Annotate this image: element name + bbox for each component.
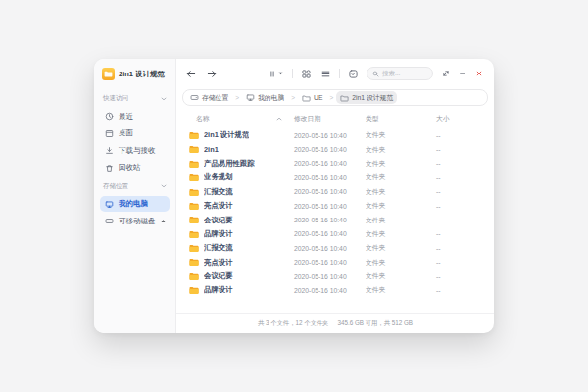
file-size: -- (436, 188, 486, 195)
breadcrumb-item-storage[interactable]: 存储位置 (186, 91, 232, 104)
sidebar: 2in1 设计规范 快速访问最近桌面下载与接收回收站存储位置我的电脑可移动磁盘 (94, 59, 176, 333)
grid-view-icon (302, 70, 311, 78)
desktop-icon (105, 129, 114, 138)
list-view-icon (321, 70, 330, 78)
sidebar-item-trash[interactable]: 回收站 (100, 160, 170, 175)
table-row[interactable]: 品牌设计2020-05-16 10:40文件夹-- (189, 227, 486, 241)
status-bar: 共 3 个文件，12 个文件夹 345.6 GB 可用，共 512 GB (176, 313, 494, 333)
navigation-arrows (186, 70, 217, 78)
file-size: -- (436, 146, 486, 153)
file-size: -- (436, 273, 486, 280)
toolbar-list-view-button[interactable] (319, 68, 332, 80)
file-date: 2020-05-16 10:40 (294, 146, 366, 153)
breadcrumb: 存储位置>我的电脑>UE>2in1 设计规范 (182, 89, 488, 106)
file-name: 汇报交流 (204, 187, 233, 197)
window-title-area: 2in1 设计规范 (100, 66, 170, 89)
breadcrumb-item-2in1-design-spec[interactable]: 2in1 设计规范 (336, 91, 397, 104)
file-type: 文件夹 (366, 243, 436, 253)
sidebar-item-label: 最近 (119, 112, 133, 122)
toolbar-sort-dropdown-button[interactable] (267, 68, 285, 80)
file-type: 文件夹 (366, 285, 436, 295)
table-row[interactable]: 2in1 设计规范2020-05-16 10:40文件夹-- (189, 128, 486, 142)
folder-fill-icon (189, 216, 199, 224)
table-row[interactable]: 品牌设计2020-05-16 10:40文件夹-- (189, 283, 486, 297)
file-date: 2020-05-16 10:40 (294, 160, 366, 167)
trash-icon (105, 164, 114, 172)
column-header-size[interactable]: 大小 (436, 114, 486, 123)
file-size: -- (436, 203, 486, 210)
column-header-name[interactable]: 名称 (189, 114, 294, 123)
table-row[interactable]: 会议纪要2020-05-16 10:40文件夹-- (189, 270, 486, 283)
search-icon (372, 71, 379, 77)
folder-fill-icon (189, 244, 199, 253)
breadcrumb-separator: > (234, 94, 240, 101)
forward-arrow-icon[interactable] (207, 70, 217, 78)
sidebar-section-header[interactable]: 快速访问 (100, 89, 170, 107)
sidebar-item-my-computer[interactable]: 我的电脑 (100, 196, 170, 212)
table-row[interactable]: 汇报交流2020-05-16 10:40文件夹-- (189, 185, 486, 199)
file-date: 2020-05-16 10:40 (294, 287, 366, 294)
window-minimize-button[interactable] (457, 68, 468, 79)
column-header-date[interactable]: 修改日期 (294, 114, 366, 123)
sidebar-section-header[interactable]: 存储位置 (100, 177, 170, 195)
download-icon (105, 146, 114, 155)
sidebar-item-label: 我的电脑 (119, 199, 148, 209)
column-header-type[interactable]: 类型 (366, 114, 436, 123)
app-folder-icon (102, 68, 115, 80)
sidebar-item-recent[interactable]: 最近 (100, 109, 170, 124)
table-row[interactable]: 产品易用性跟踪2020-05-16 10:40文件夹-- (189, 157, 486, 171)
file-name: 2in1 设计规范 (204, 130, 249, 140)
file-type: 文件夹 (366, 258, 436, 268)
search-input[interactable]: 搜索... (367, 67, 433, 80)
toolbar-grid-view-button[interactable] (300, 68, 313, 80)
file-name: 2in1 (204, 145, 219, 154)
window-maximize-button[interactable] (440, 68, 452, 79)
file-type: 文件夹 (366, 130, 436, 140)
sort-bars-icon (269, 70, 276, 78)
toolbar-select-mode-button[interactable] (347, 68, 360, 80)
file-type: 文件夹 (366, 172, 436, 182)
sidebar-sections: 快速访问最近桌面下载与接收回收站存储位置我的电脑可移动磁盘 (100, 89, 170, 229)
table-row[interactable]: 亮点设计2020-05-16 10:40文件夹-- (189, 199, 486, 213)
table-row[interactable]: 2in12020-05-16 10:40文件夹-- (189, 142, 486, 156)
table-row[interactable]: 业务规划2020-05-16 10:40文件夹-- (189, 171, 486, 184)
breadcrumb-item-my-computer[interactable]: 我的电脑 (242, 91, 288, 104)
folder-line-icon (302, 94, 311, 102)
folder-fill-icon (189, 258, 199, 267)
sidebar-item-label: 桌面 (119, 128, 133, 138)
main-panel: 搜索... 存储位置>我的电脑>UE>2in1 设计规范 名称 修改日期 类型 … (176, 59, 494, 333)
toolbar-separator (292, 69, 293, 78)
file-name-cell: 2in1 (189, 145, 294, 154)
file-name: 业务规划 (204, 172, 233, 182)
sidebar-item-downloads[interactable]: 下载与接收 (100, 143, 170, 159)
table-row[interactable]: 亮点设计2020-05-16 10:40文件夹-- (189, 256, 486, 270)
breadcrumb-label: 存储位置 (202, 93, 228, 103)
toolbar-buttons (267, 68, 360, 80)
file-name-cell: 会议纪要 (189, 271, 294, 281)
file-size: -- (436, 217, 486, 223)
file-size: -- (436, 245, 486, 252)
file-type: 文件夹 (366, 187, 436, 197)
folder-fill-icon (189, 272, 199, 281)
window-close-button[interactable] (473, 68, 485, 79)
sidebar-section-label: 快速访问 (103, 94, 128, 103)
eject-icon (161, 220, 166, 223)
back-arrow-icon[interactable] (186, 70, 196, 78)
folder-fill-icon (189, 286, 199, 295)
file-type: 文件夹 (366, 216, 436, 225)
file-date: 2020-05-16 10:40 (294, 245, 366, 252)
file-name-cell: 产品易用性跟踪 (189, 159, 294, 169)
search-placeholder: 搜索... (382, 70, 400, 78)
file-name-cell: 会议纪要 (189, 216, 294, 225)
sidebar-item-removable-disk[interactable]: 可移动磁盘 (100, 214, 170, 229)
file-name: 会议纪要 (204, 271, 233, 281)
breadcrumb-item-ue[interactable]: UE (298, 92, 326, 103)
folder-fill-icon (189, 202, 199, 211)
file-type: 文件夹 (366, 201, 436, 211)
file-name-cell: 汇报交流 (189, 187, 294, 197)
sidebar-item-desktop[interactable]: 桌面 (100, 125, 170, 141)
table-row[interactable]: 会议纪要2020-05-16 10:40文件夹-- (189, 213, 486, 226)
table-row[interactable]: 汇报交流2020-05-16 10:40文件夹-- (189, 241, 486, 255)
file-name: 品牌设计 (204, 229, 233, 239)
breadcrumb-label: 2in1 设计规范 (352, 93, 393, 103)
